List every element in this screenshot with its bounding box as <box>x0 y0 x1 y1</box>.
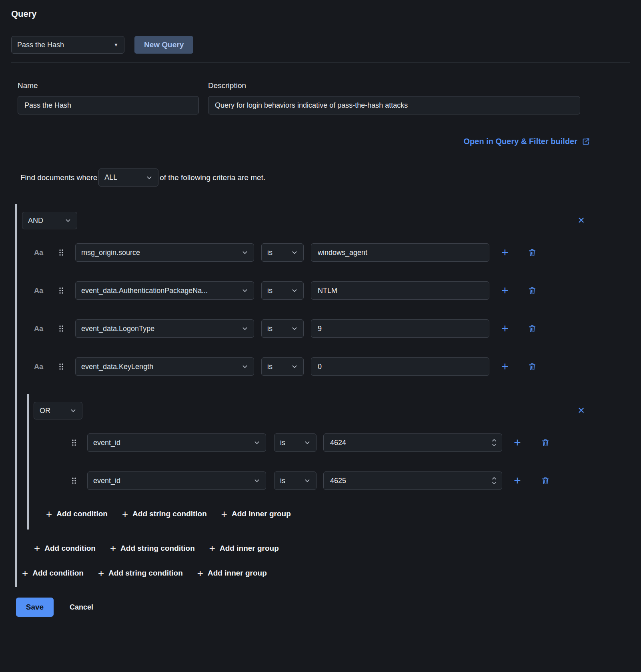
operator-select-value: is <box>267 325 272 333</box>
delete-condition-button[interactable] <box>541 438 550 447</box>
add-condition-button[interactable]: + Add condition <box>34 543 96 554</box>
name-field-group: Name <box>18 81 199 114</box>
drag-handle-icon[interactable] <box>58 325 65 333</box>
delete-condition-button[interactable] <box>528 286 537 295</box>
add-inner-group-label: Add inner group <box>208 569 267 578</box>
trash-icon <box>541 438 550 447</box>
value-input[interactable] <box>311 357 489 376</box>
add-row-plus-icon[interactable]: + <box>501 361 509 373</box>
operator-select[interactable]: is <box>274 471 316 490</box>
value-number-input[interactable] <box>323 471 502 490</box>
field-select-value: event_data.KeyLength <box>81 363 153 371</box>
add-row-plus-icon[interactable]: + <box>501 247 509 259</box>
chevron-down-icon <box>242 287 248 294</box>
chevron-down-icon <box>304 439 310 446</box>
operator-select[interactable]: is <box>261 281 304 300</box>
query-editor-page: Query Pass the Hash ▼ New Query Name Des… <box>0 0 641 617</box>
string-type-icon: Aa <box>34 363 44 371</box>
string-type-icon: Aa <box>34 287 44 295</box>
add-string-condition-label: Add string condition <box>132 510 207 518</box>
builder-link-label: Open in Query & Filter builder <box>464 137 577 146</box>
operator-select[interactable]: is <box>261 319 304 338</box>
condition-row: Aa event_data.KeyLength is + <box>34 357 630 376</box>
header-row: Pass the Hash ▼ New Query <box>11 36 630 54</box>
name-input[interactable] <box>18 96 199 114</box>
operator-select-value: is <box>267 249 272 257</box>
drag-handle-icon[interactable] <box>58 363 65 371</box>
condition-row: event_id is + <box>71 433 630 452</box>
chevron-down-icon <box>291 249 298 256</box>
plus-icon: + <box>221 509 227 519</box>
criteria-suffix: of the following criteria are met. <box>160 173 265 182</box>
field-select[interactable]: event_id <box>87 471 266 490</box>
value-input[interactable] <box>311 243 489 262</box>
or-group-header: OR ✕ <box>34 402 630 419</box>
plus-icon: + <box>46 509 52 519</box>
add-row-plus-icon[interactable]: + <box>513 437 522 449</box>
remove-or-group-icon[interactable]: ✕ <box>578 406 585 415</box>
add-row-plus-icon[interactable]: + <box>513 475 522 487</box>
add-inner-group-button[interactable]: + Add inner group <box>197 568 267 578</box>
stepper-down-icon <box>491 443 497 447</box>
page-title: Query <box>11 9 630 19</box>
operator-select[interactable]: is <box>274 433 316 452</box>
saved-query-select[interactable]: Pass the Hash ▼ <box>11 36 124 54</box>
header-divider <box>11 62 630 63</box>
open-query-filter-builder-link[interactable]: Open in Query & Filter builder <box>464 137 590 146</box>
chevron-down-icon <box>254 439 260 446</box>
delete-condition-button[interactable] <box>528 324 537 333</box>
description-field-group: Description <box>208 81 580 114</box>
row-divider <box>51 324 51 333</box>
add-inner-group-button[interactable]: + Add inner group <box>221 509 291 519</box>
description-input[interactable] <box>208 96 580 114</box>
and-operator-value: AND <box>28 217 43 225</box>
chevron-down-icon <box>146 175 152 181</box>
add-row-plus-icon[interactable]: + <box>501 285 509 297</box>
operator-select[interactable]: is <box>261 357 304 376</box>
match-type-select[interactable]: ALL <box>98 169 158 187</box>
field-select[interactable]: msg_origin.source <box>75 243 254 262</box>
new-query-button[interactable]: New Query <box>134 36 193 54</box>
save-button[interactable]: Save <box>16 598 54 617</box>
field-select-value: msg_origin.source <box>81 249 140 257</box>
and-operator-select[interactable]: AND <box>22 212 77 229</box>
description-label: Description <box>208 81 580 90</box>
or-operator-select[interactable]: OR <box>34 402 82 419</box>
add-string-condition-button[interactable]: + Add string condition <box>122 509 207 519</box>
add-row-plus-icon[interactable]: + <box>501 323 509 335</box>
footer-actions: Save Cancel <box>16 598 630 617</box>
field-select[interactable]: event_data.KeyLength <box>75 357 254 376</box>
builder-link-row: Open in Query & Filter builder <box>11 137 630 146</box>
drag-handle-icon[interactable] <box>58 249 65 257</box>
value-input[interactable] <box>311 281 489 300</box>
add-inner-group-button[interactable]: + Add inner group <box>209 543 279 554</box>
operator-select[interactable]: is <box>261 243 304 262</box>
field-select[interactable]: event_id <box>87 433 266 452</box>
remove-and-group-icon[interactable]: ✕ <box>578 216 585 225</box>
chevron-down-icon <box>291 287 298 294</box>
condition-row: event_id is + <box>71 471 630 490</box>
delete-condition-button[interactable] <box>541 476 550 485</box>
delete-condition-button[interactable] <box>528 362 537 371</box>
drag-handle-icon[interactable] <box>58 287 65 295</box>
add-string-condition-button[interactable]: + Add string condition <box>98 568 183 578</box>
drag-handle-icon[interactable] <box>71 439 78 447</box>
cancel-button[interactable]: Cancel <box>70 603 93 612</box>
add-condition-button[interactable]: + Add condition <box>22 568 84 578</box>
name-label: Name <box>18 81 199 90</box>
value-number-input[interactable] <box>323 433 502 452</box>
drag-handle-icon[interactable] <box>71 477 78 485</box>
number-stepper[interactable] <box>491 477 497 485</box>
value-input[interactable] <box>311 319 489 338</box>
or-group: OR ✕ event_id is <box>27 394 630 530</box>
field-select[interactable]: event_data.AuthenticationPackageNa... <box>75 281 254 300</box>
add-condition-button[interactable]: + Add condition <box>46 509 108 519</box>
delete-condition-button[interactable] <box>528 248 537 257</box>
and-group-add-actions: + Add condition + Add string condition +… <box>34 543 630 554</box>
number-stepper[interactable] <box>491 439 497 447</box>
add-string-condition-button[interactable]: + Add string condition <box>110 543 195 554</box>
field-select[interactable]: event_data.LogonType <box>75 319 254 338</box>
chevron-down-icon <box>291 325 298 332</box>
add-condition-label: Add condition <box>44 544 96 553</box>
trash-icon <box>528 362 537 371</box>
